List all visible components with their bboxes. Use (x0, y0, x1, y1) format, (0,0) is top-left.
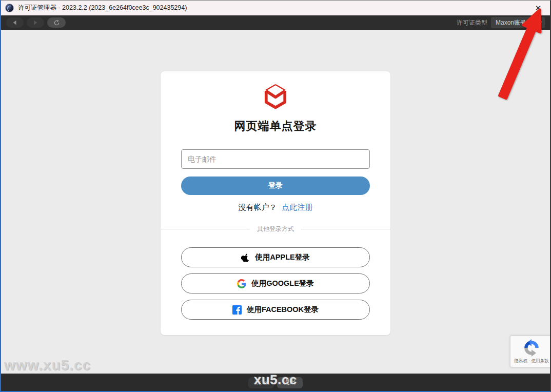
recaptcha-icon (523, 339, 540, 357)
divider-label: 其他登录方式 (250, 225, 301, 233)
license-type-dropdown[interactable]: Maxon账号 (491, 17, 531, 28)
watermark-bottom-left: www.xu5.cc (4, 357, 91, 374)
back-button[interactable] (6, 17, 24, 28)
login-button[interactable]: 登录 (181, 177, 370, 195)
refresh-icon (53, 19, 60, 26)
cinema4d-app-icon (5, 4, 14, 12)
window-title: 许可证管理器 - 2023.2.2 (2023_6e264f0cee3c_902… (18, 4, 187, 12)
google-login-label: 使用GOOGLE登录 (251, 279, 314, 288)
email-input[interactable] (181, 149, 370, 169)
apple-icon (241, 252, 250, 262)
apple-login-button[interactable]: 使用APPLE登录 (181, 247, 370, 267)
facebook-icon (232, 305, 242, 315)
apple-login-label: 使用APPLE登录 (255, 252, 309, 262)
maxon-logo-icon (264, 84, 287, 109)
google-icon (237, 279, 246, 288)
watermark-bottom-center: xu5.cc (254, 372, 297, 388)
no-account-text: 没有帐户？ (239, 203, 277, 212)
main-content: 网页端单点登录 登录 没有帐户？ 点此注册 其他登录方式 使用APPLE登录 (1, 30, 550, 374)
recaptcha-badge[interactable]: 隐私权 - 使用条款 (510, 336, 550, 367)
divider-line-right (301, 229, 390, 229)
refresh-button[interactable] (47, 17, 66, 28)
navigation-toolbar: 许可证类型 Maxon账号 (1, 15, 550, 30)
other-login-divider: 其他登录方式 (161, 225, 390, 233)
divider-line-left (161, 229, 250, 229)
license-manager-window: 许可证管理器 - 2023.2.2 (2023_6e264f0cee3c_902… (0, 0, 551, 392)
forward-icon (32, 19, 39, 26)
dropdown-chevron-button[interactable] (535, 17, 545, 28)
google-login-button[interactable]: 使用GOOGLE登录 (181, 273, 370, 293)
facebook-login-button[interactable]: 使用FACEBOOK登录 (181, 300, 370, 320)
register-link[interactable]: 点此注册 (282, 203, 313, 212)
license-type-label: 许可证类型 (457, 18, 487, 27)
title-bar: 许可证管理器 - 2023.2.2 (2023_6e264f0cee3c_902… (1, 1, 550, 15)
signup-row: 没有帐户？ 点此注册 (239, 203, 313, 212)
sso-login-card: 网页端单点登录 登录 没有帐户？ 点此注册 其他登录方式 使用APPLE登录 (161, 71, 390, 335)
close-icon[interactable]: ✕ (530, 3, 546, 14)
recaptcha-terms-text[interactable]: 隐私权 - 使用条款 (514, 358, 548, 364)
back-icon (11, 19, 18, 26)
forward-button[interactable] (27, 17, 44, 28)
chevron-down-icon (538, 20, 543, 25)
page-title: 网页端单点登录 (234, 119, 317, 134)
facebook-login-label: 使用FACEBOOK登录 (247, 305, 319, 315)
